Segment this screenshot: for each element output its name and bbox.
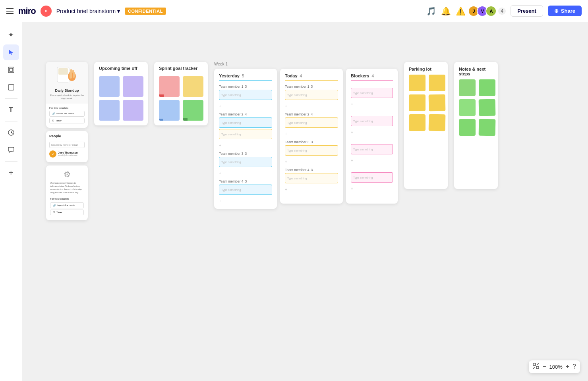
today-header: Today 4 xyxy=(285,73,338,81)
share-button[interactable]: ⊕ Share xyxy=(548,6,582,16)
avatar-3: A xyxy=(485,6,497,17)
yesterday-m1-add[interactable]: + xyxy=(219,103,272,109)
notes-card: Notes & next steps xyxy=(454,62,498,189)
today-m2-add[interactable]: + xyxy=(285,131,338,137)
miro-logo: miro xyxy=(18,6,36,16)
notes-sticky-5 xyxy=(459,119,476,136)
blockers-m2-input[interactable]: Type something xyxy=(351,116,393,126)
today-m4-add[interactable]: + xyxy=(285,187,338,192)
blockers-m3-input[interactable]: Type something xyxy=(351,144,393,154)
today-m4-input[interactable]: Type something xyxy=(285,173,338,183)
add-button[interactable]: + xyxy=(3,165,19,181)
frames-button[interactable] xyxy=(3,62,19,78)
svg-rect-15 xyxy=(533,363,536,366)
templates-button[interactable] xyxy=(3,125,19,140)
header-left: miro B Product brief brainstorm ▾ CONFID… xyxy=(6,6,166,17)
svg-rect-4 xyxy=(10,68,13,71)
yesterday-m3-input[interactable]: Type something xyxy=(219,157,272,167)
tracker-sticky-green xyxy=(183,100,203,121)
frame-icon[interactable] xyxy=(533,363,539,371)
yesterday-m2-input-1[interactable]: Type something xyxy=(219,117,272,128)
board-name[interactable]: Product brief brainstorm ▾ xyxy=(56,8,120,14)
chevron-down-icon: ▾ xyxy=(117,8,120,14)
present-button[interactable]: Present xyxy=(511,5,543,17)
notification-icon[interactable]: 🔔 xyxy=(441,6,451,16)
yesterday-m1-input[interactable]: Type something xyxy=(219,90,272,100)
today-m1-add[interactable]: + xyxy=(285,103,338,109)
today-count: 4 xyxy=(300,74,302,78)
people-search[interactable] xyxy=(49,142,85,148)
smart-create-button[interactable]: ✦ xyxy=(3,27,19,43)
timer-button[interactable]: ⏱ Timer xyxy=(49,118,85,123)
text-button[interactable]: T xyxy=(3,102,19,118)
ds-subtitle: Run a quick check-in to plan the day's w… xyxy=(49,94,85,100)
comment-button[interactable] xyxy=(3,142,19,158)
svg-line-17 xyxy=(533,367,535,369)
blockers-section: Blockers 4 Type something + Type somethi… xyxy=(346,69,398,204)
sprint-jira-button[interactable]: 🔗 Import Jira cards xyxy=(50,202,84,208)
canvas: Daily Standup Run a quick check-in to pl… xyxy=(22,22,588,381)
sprint-tracker-header: Sprint goal tracker xyxy=(154,62,208,73)
ds-template-label: For this template xyxy=(49,107,85,109)
today-m3-label: Team member 3 3 xyxy=(285,140,338,144)
blockers-m1-input[interactable]: Type something xyxy=(351,88,393,98)
blockers-m3-add[interactable]: + xyxy=(351,158,393,164)
import-jira-button[interactable]: 🔗 Import Jira cards xyxy=(49,111,85,117)
today-m3-add[interactable]: + xyxy=(285,159,338,165)
yesterday-m4-add[interactable]: + xyxy=(219,198,272,204)
hamburger-button[interactable] xyxy=(6,8,14,14)
avatar-count[interactable]: 4 xyxy=(498,8,506,15)
today-m4-label: Team member 4 3 xyxy=(285,168,338,172)
gear-icon: ⚙ xyxy=(50,169,84,179)
zoom-out-button[interactable]: − xyxy=(542,363,546,370)
yesterday-count: 5 xyxy=(242,74,244,78)
sprint-timer-button[interactable]: ⏱ Timer xyxy=(50,210,84,215)
zoom-in-button[interactable]: + xyxy=(566,363,569,370)
svg-text:B: B xyxy=(45,10,47,13)
zoom-level: 100% xyxy=(549,364,563,370)
blockers-m4-add[interactable]: + xyxy=(351,186,393,192)
parking-lot-card: Parking lot xyxy=(404,62,448,189)
help-button[interactable]: ? xyxy=(573,363,576,370)
yesterday-member-4: Team member 4 3 Type something xyxy=(219,179,272,195)
blockers-member-3: Type something xyxy=(351,144,393,154)
parking-sticky-3 xyxy=(409,94,426,111)
today-m1-input[interactable]: Type something xyxy=(285,90,338,100)
yesterday-m4-input[interactable]: Type something xyxy=(219,185,272,195)
sidebar-divider-3 xyxy=(5,161,17,162)
sidebar-divider-1 xyxy=(5,98,17,99)
today-title: Today xyxy=(285,73,298,78)
ds-top: Daily Standup Run a quick check-in to pl… xyxy=(46,62,88,104)
blockers-m4-input[interactable]: Type something xyxy=(351,172,393,183)
notes-sticky-2 xyxy=(479,79,495,96)
select-button[interactable] xyxy=(3,44,19,60)
tracker-stickies xyxy=(154,73,208,125)
parking-sticky-1 xyxy=(409,75,426,91)
sticky-note-button[interactable] xyxy=(3,79,19,95)
sidebar: ✦ T + xyxy=(0,22,22,381)
notes-sticky-3 xyxy=(459,99,476,116)
week1-panels: Yesterday 5 Team member 1 3 Type somethi… xyxy=(214,69,398,209)
left-cards: Daily Standup Run a quick check-in to pl… xyxy=(46,62,88,220)
week1-label: Week 1 xyxy=(214,62,398,66)
sticky-blue-2 xyxy=(99,100,120,121)
blockers-m1-add[interactable]: + xyxy=(351,101,393,107)
tracker-sticky-yellow xyxy=(183,76,203,97)
blockers-header: Blockers 4 xyxy=(351,73,393,81)
alert-icon[interactable]: ⚠️ xyxy=(456,6,466,16)
today-m2-input[interactable]: Type something xyxy=(285,117,338,128)
yesterday-m2-input-2[interactable]: Type something xyxy=(219,129,272,139)
member-4-label: Team member 4 3 xyxy=(219,179,272,183)
today-m3-input[interactable]: Type something xyxy=(285,145,338,156)
sprint-note: Use tags on sprint goals to indicate sta… xyxy=(50,181,84,194)
jira-icon-2: 🔗 xyxy=(53,204,56,207)
music-icon[interactable]: 🎵 xyxy=(426,6,436,16)
blockers-member-1: Type something xyxy=(351,85,393,98)
yesterday-m3-add[interactable]: + xyxy=(219,170,272,176)
blockers-m2-add[interactable]: + xyxy=(351,129,393,135)
parking-stickies xyxy=(409,75,443,131)
svg-rect-9 xyxy=(58,68,68,75)
today-m2-label: Team member 2 4 xyxy=(285,112,338,116)
yesterday-m2-add[interactable]: + xyxy=(219,142,272,148)
svg-rect-5 xyxy=(8,85,14,90)
